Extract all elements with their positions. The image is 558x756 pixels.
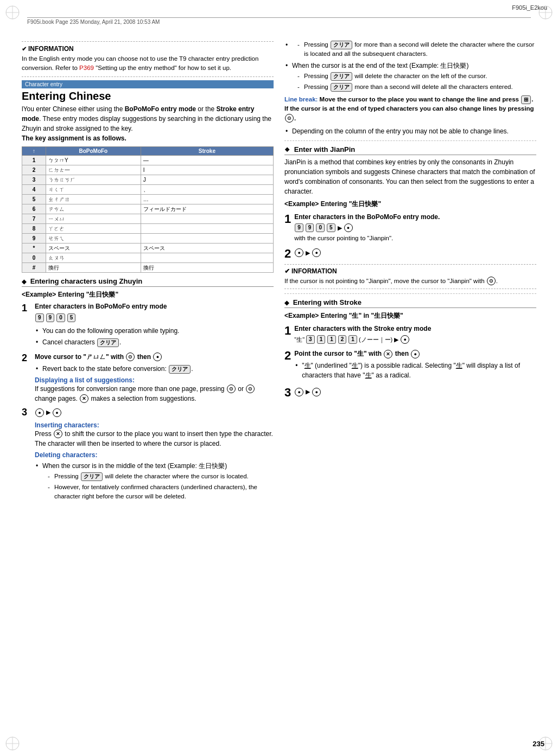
- stroke-step-2-title: Point the cursor to "生" with ✕ then ●: [294, 349, 536, 358]
- step-number-2: 2: [22, 353, 30, 364]
- hr-divider-1: [284, 140, 536, 141]
- dash-1: Pressing クリア will delete the character w…: [48, 472, 274, 481]
- dash-cont-2: Pressing クリア will delete the character o…: [297, 72, 536, 81]
- table-row: 9ㄝㄞㄟ: [22, 233, 274, 243]
- step-2-content: Move cursor to "ㄕㄩㄥ" with ⊙ then ● Rever…: [35, 353, 274, 403]
- table-row: 4ㄐㄑㄒ、: [22, 184, 274, 194]
- table-row: 0ㄠㄡㄢ: [22, 253, 274, 262]
- table-row: 2ㄈㄉㄊ一I: [22, 165, 274, 175]
- step-2-bullets: Revert back to the state before conversi…: [35, 364, 274, 374]
- stroke-step-2-bullets: "生" (underlined "生") is a possible radic…: [294, 361, 536, 380]
- deleting-bullets: When the cursor is in the middle of the …: [35, 461, 274, 502]
- dash-2: However, for tentatively confirmed chara…: [48, 483, 274, 502]
- right-column: Pressing クリア for more than a second will…: [284, 38, 536, 734]
- stroke-step-2: 2 Point the cursor to "生" with ✕ then ● …: [284, 349, 536, 382]
- book-info: F905i.book Page 235 Monday, April 21, 20…: [27, 17, 531, 25]
- deleting-label: Deleting characters:: [35, 451, 274, 459]
- lb-label: Line break:: [284, 96, 318, 102]
- intro-text: lYou enter Chinese either using the BoPo…: [22, 104, 274, 143]
- left-column: INFORMATION In the English entry mode yo…: [22, 38, 274, 734]
- step-number-3: 3: [22, 407, 30, 418]
- stroke-step-3-keys: ● ▶ ●: [294, 387, 321, 396]
- jianpin-info-box: INFORMATION If the cursor is not pointin…: [284, 264, 536, 289]
- dash-cont-1: Pressing クリア for more than a second will…: [297, 40, 536, 59]
- jp-key-0: 0: [316, 223, 325, 232]
- info-box-left: INFORMATION In the English entry mode yo…: [22, 41, 274, 77]
- header-title: F905i_E2kou: [512, 4, 547, 11]
- jianpin-step-1-note: with the cursor pointing to "Jianpin".: [294, 234, 536, 243]
- stroke-step-num-3: 3: [284, 386, 291, 400]
- stroke-step-1-title: Enter characters with the Stroke entry m…: [294, 324, 536, 334]
- table-row: 5ㄓㄔㄕㄖ…: [22, 194, 274, 204]
- jianpin-step-2-keys: ● ▶ ●: [294, 248, 321, 258]
- table-row: 7ㄧㄨㄩ: [22, 214, 274, 223]
- line-break-bullets: Depending on the column of the entry you…: [284, 126, 536, 136]
- stroke-step-num-1: 1: [284, 324, 291, 338]
- stroke-step-2-content: Point the cursor to "生" with ✕ then ● "生…: [294, 349, 536, 382]
- inserting-text: Press ✕ to shift the cursor to the place…: [35, 429, 274, 449]
- table-row: 6ㄗㄘㄙフィールドカード: [22, 204, 274, 214]
- step-1-content: Enter characters in BoPoMoFo entry mode …: [35, 303, 274, 349]
- corner-mark-bl: [4, 735, 21, 752]
- section-title: Entering Chinese: [22, 90, 274, 102]
- info-box-title: INFORMATION: [22, 45, 274, 53]
- deleting-continued: Pressing クリア for more than a second will…: [284, 40, 536, 92]
- jianpin-step-1-title: Enter characters in the BoPoMoFo entry m…: [294, 212, 536, 222]
- two-col-layout: INFORMATION In the English entry mode yo…: [22, 38, 536, 734]
- char-entry-header: Character entry: [22, 80, 274, 88]
- step-2-bullet-1: Revert back to the state before conversi…: [35, 364, 274, 374]
- circle-btn-2: ●: [53, 408, 61, 417]
- stroke-step-1-keys: "生" 3 1 1 2 1 (ノーー｜ー) ▶ ●: [294, 335, 410, 344]
- deleting-bullet-1: When the cursor is in the middle of the …: [35, 461, 274, 502]
- table-row: #換行換行: [22, 262, 274, 272]
- deleting-cont-dash-1: Pressing クリア for more than a second will…: [297, 40, 536, 59]
- line-break-note: Line break: Move the cursor to the place…: [284, 95, 536, 123]
- stroke-step-3: 3 ● ▶ ●: [284, 386, 536, 400]
- deleting-dash-list-1: Pressing クリア will delete the character w…: [48, 472, 274, 502]
- zhuyin-step-1: 1 Enter characters in BoPoMoFo entry mod…: [22, 303, 274, 349]
- info-box-body: In the English entry mode you can choose…: [22, 54, 274, 73]
- key-9b: 9: [46, 313, 55, 322]
- step-1-title: Enter characters in BoPoMoFo entry mode: [35, 303, 274, 310]
- zhuyin-heading: Entering characters using Zhuyin: [22, 277, 274, 287]
- table-row: *スペーススペース: [22, 243, 274, 253]
- step-2-title: Move cursor to "ㄕㄩㄥ" with ⊙ then ●: [35, 353, 274, 362]
- stroke-bullet-1: "生" (underlined "生") is a possible radic…: [294, 361, 536, 380]
- table-header-key: ↑: [22, 146, 46, 155]
- arrow-right-1: ▶: [46, 409, 50, 416]
- page-number: 235: [532, 740, 544, 748]
- jianpin-example-label: <Example> Entering "生日快樂": [284, 200, 536, 209]
- inserting-label: Inserting characters:: [35, 421, 274, 429]
- deleting-cont-dash-2: Pressing クリア will delete the character o…: [297, 72, 536, 92]
- key-9: 9: [35, 313, 44, 322]
- circle-btn-1: ●: [35, 408, 44, 417]
- step-number-1: 1: [22, 303, 30, 314]
- hr-divider-2: [284, 293, 536, 294]
- stroke-step-3-content: ● ▶ ●: [294, 386, 536, 398]
- key-0: 0: [56, 313, 65, 322]
- jianpin-info-title: INFORMATION: [284, 267, 536, 275]
- table-header-stroke: Stroke: [141, 146, 273, 155]
- jianpin-step-1-keys: 9 9 0 5 ▶ ●: [294, 223, 353, 233]
- jianpin-step-2: 2 ● ▶ ●: [284, 247, 536, 261]
- jianpin-heading: Enter with JianPin: [284, 145, 536, 155]
- jp-key-9a: 9: [295, 223, 303, 232]
- step-1-bullets: You can do the following operation while…: [35, 326, 274, 347]
- key-assignment-table: ↑ BoPoMoFo Stroke 1ㄅㄆㄇY— 2ㄈㄉㄊ一I 3ㄋㄌㄍㄎㄏJ …: [22, 146, 274, 273]
- jianpin-info-text: If the cursor is not pointing to "Jianpi…: [284, 277, 536, 286]
- zhuyin-example-label: <Example> Entering "生日快樂": [22, 290, 274, 299]
- table-row: 1ㄅㄆㄇY—: [22, 155, 274, 165]
- dash-cont-3: Pressing クリア more than a second will del…: [297, 82, 536, 92]
- jp-key-5: 5: [327, 223, 335, 232]
- stroke-example-label: <Example> Entering "生" in "生日快樂": [284, 311, 536, 321]
- stroke-step-1: 1 Enter characters with the Stroke entry…: [284, 324, 536, 346]
- step-1-bullet-2: Cancel characters クリア.: [35, 337, 274, 347]
- jianpin-intro: JianPin is a method that combines key en…: [284, 157, 536, 196]
- key-5: 5: [67, 313, 76, 322]
- jianpin-step-2-content: ● ▶ ●: [294, 247, 536, 259]
- step-1-bullet-1: You can do the following operation while…: [35, 326, 274, 336]
- step-3-keys: ● ▶ ●: [35, 408, 62, 417]
- displaying-suggestions-text: If suggestions for conversion range more…: [35, 384, 274, 403]
- jianpin-step-num-2: 2: [284, 247, 291, 261]
- zhuyin-step-3: 3 ● ▶ ● Inserting characters: Press ✕ to…: [22, 407, 274, 504]
